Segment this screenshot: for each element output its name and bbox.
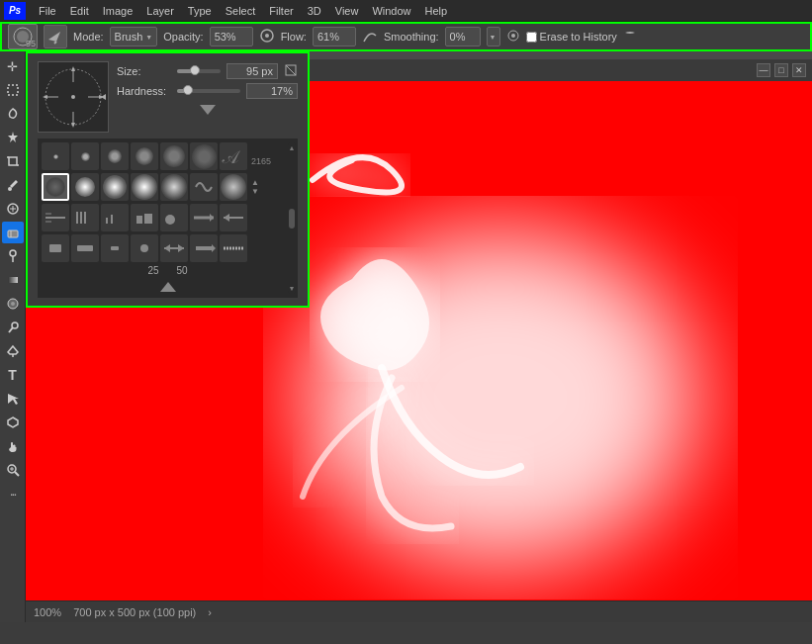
brush-crosshair-preview (38, 61, 109, 133)
preset-tex-5[interactable] (160, 204, 188, 231)
preset-white-5[interactable] (220, 173, 247, 201)
svg-point-64 (140, 244, 148, 252)
preset-tex-1[interactable] (42, 204, 69, 231)
preset-5[interactable] (160, 142, 188, 170)
tool-pen[interactable] (2, 340, 24, 362)
preset-special-2[interactable] (190, 173, 218, 201)
brush-settings-btn[interactable] (44, 25, 67, 48)
canvas-maximize-btn[interactable]: □ (774, 63, 788, 77)
presets-scrollbar[interactable]: ▲ ▼ (249, 178, 261, 196)
size-value[interactable]: 95 px (226, 63, 278, 79)
menu-window[interactable]: Window (365, 3, 417, 19)
brush-preview-area: Size: 95 px Hardness: (38, 61, 298, 133)
tool-path-select[interactable] (2, 388, 24, 410)
nav-arrow[interactable]: › (208, 606, 212, 618)
tool-clone[interactable] (2, 245, 24, 267)
flow-value[interactable]: 61% (313, 27, 356, 46)
extra-options-icon[interactable] (623, 29, 637, 46)
tool-more[interactable]: ··· (2, 483, 24, 505)
preset-tex-3[interactable] (101, 204, 129, 231)
tool-type[interactable]: T (2, 364, 24, 386)
svg-point-4 (265, 34, 269, 38)
preset-1[interactable] (42, 142, 69, 170)
tool-spot-heal[interactable] (2, 198, 24, 220)
tool-hand[interactable] (2, 435, 24, 457)
tool-eraser[interactable] (2, 222, 24, 243)
preset-sq-4[interactable] (131, 234, 158, 262)
menu-view[interactable]: View (328, 3, 366, 19)
menu-filter[interactable]: Filter (262, 3, 300, 19)
preset-2[interactable] (71, 142, 99, 170)
scroll-top-arrow[interactable]: ▲ (289, 144, 296, 151)
preset-white-2[interactable] (101, 173, 129, 201)
preset-sq-6[interactable] (190, 234, 218, 262)
preset-sq-1[interactable] (42, 234, 69, 262)
preset-special-1[interactable]: 𝒜 (220, 142, 247, 170)
brush-preset-picker-btn[interactable]: 95 (8, 24, 38, 49)
preset-white-3[interactable] (131, 173, 158, 201)
hardness-slider[interactable] (177, 89, 240, 93)
menu-help[interactable]: Help (418, 3, 455, 19)
canvas-close-btn[interactable]: ✕ (792, 63, 806, 77)
opacity-airbrush-icon[interactable] (259, 28, 275, 46)
preset-selected[interactable] (42, 173, 69, 201)
tool-select-rect[interactable] (2, 79, 24, 101)
flow-icon[interactable] (362, 28, 378, 46)
main-layout: ✛ (0, 51, 812, 622)
preset-6[interactable] (190, 142, 218, 170)
tool-dodge[interactable] (2, 317, 24, 338)
tool-shape[interactable] (2, 412, 24, 433)
menu-edit[interactable]: Edit (63, 3, 96, 19)
size-slider[interactable] (177, 69, 221, 73)
canvas-minimize-btn[interactable]: — (757, 63, 770, 77)
mode-dropdown[interactable]: Brush (110, 27, 158, 46)
presets-vertical-scrollbar[interactable]: ▲ ▼ (288, 142, 296, 294)
menu-layer[interactable]: Layer (139, 3, 181, 19)
erase-to-history-checkbox[interactable] (526, 32, 537, 43)
preset-tex-4[interactable] (131, 204, 158, 231)
svg-marker-42 (101, 94, 106, 100)
menu-select[interactable]: Select (219, 3, 263, 19)
presets-row-1: 𝒜 2165 (42, 142, 294, 170)
menu-file[interactable]: File (32, 3, 63, 19)
scroll-up-icon[interactable]: ▲ (251, 178, 259, 187)
preset-white-1[interactable] (71, 173, 99, 201)
preset-tex-6[interactable] (190, 204, 218, 231)
scroll-down-icon[interactable]: ▼ (251, 187, 259, 196)
tool-eyedropper[interactable] (2, 174, 24, 196)
hardness-value[interactable]: 17% (246, 83, 298, 99)
panel-expand-btn[interactable] (117, 103, 298, 117)
smoothing-value[interactable]: 0% (445, 27, 481, 46)
menu-image[interactable]: Image (96, 3, 140, 19)
preset-tex-7[interactable] (220, 204, 247, 231)
smoothing-dropdown[interactable] (487, 27, 500, 46)
tool-lasso[interactable] (2, 103, 24, 125)
svg-marker-67 (164, 244, 170, 252)
tool-move[interactable]: ✛ (2, 55, 24, 77)
menu-bar: Ps File Edit Image Layer Type Select Fil… (0, 0, 812, 22)
scroll-thumb[interactable] (289, 209, 295, 229)
preset-sq-3[interactable] (101, 234, 129, 262)
tool-blur[interactable] (2, 293, 24, 315)
smoothing-settings-icon[interactable] (506, 29, 520, 46)
opacity-value[interactable]: 53% (210, 27, 253, 46)
preset-sq-2[interactable] (71, 234, 99, 262)
size-label-50: 50 (177, 265, 188, 276)
scroll-bottom-arrow[interactable]: ▼ (289, 285, 296, 292)
svg-marker-8 (8, 132, 18, 142)
preset-tex-2[interactable] (71, 204, 99, 231)
brush-resize-icon[interactable] (284, 63, 298, 79)
preset-sq-7[interactable] (220, 234, 247, 262)
tool-zoom[interactable] (2, 459, 24, 481)
preset-sq-5[interactable] (160, 234, 188, 262)
tool-gradient[interactable] (2, 269, 24, 291)
panel-collapse-btn[interactable] (160, 282, 176, 292)
menu-type[interactable]: Type (181, 3, 219, 19)
tool-magic-wand[interactable] (2, 127, 24, 148)
menu-3d[interactable]: 3D (301, 3, 328, 19)
preset-3[interactable] (101, 142, 129, 170)
size-label: Size: (117, 65, 171, 77)
tool-crop[interactable] (2, 150, 24, 172)
preset-4[interactable] (131, 142, 158, 170)
preset-white-4[interactable] (160, 173, 188, 201)
